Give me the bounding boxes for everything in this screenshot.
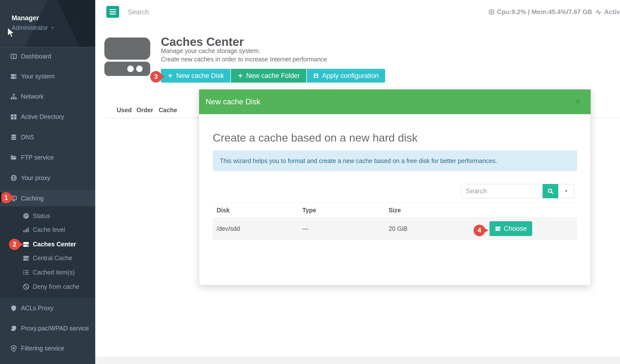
sidebar-item-central-cache[interactable]: Central Cache	[0, 251, 95, 265]
microchip-icon	[488, 9, 495, 15]
sidebar-item-label: Your system	[21, 73, 55, 80]
scroll-icon	[10, 325, 17, 332]
user-role-dropdown[interactable]: Administrator	[12, 24, 55, 31]
sidebar-item-label: Dashboard	[21, 53, 51, 60]
close-icon[interactable]: ×	[572, 96, 583, 107]
sidebar-item-proxy-pac-wpad[interactable]: Proxy.pac/WPAD service	[0, 321, 95, 335]
search-options-dropdown[interactable]	[558, 184, 574, 198]
sidebar-item-your-system[interactable]: Your system	[0, 69, 95, 83]
hamburger-icon	[110, 9, 116, 10]
modal-title: New cache Disk	[206, 97, 260, 106]
page-actions: New cache Disk New cache Folder Apply co…	[161, 69, 385, 83]
disk-column-header[interactable]: Disk	[213, 203, 298, 218]
apply-configuration-button[interactable]: Apply configuration	[307, 69, 385, 83]
user-role-label: Administrator	[12, 24, 48, 31]
disk-search-input[interactable]	[461, 184, 543, 198]
server-icon	[10, 73, 17, 80]
modal-body: Create a cache based on a new hard disk …	[199, 131, 591, 240]
annotation-step-3: 3	[150, 71, 162, 82]
sidebar-item-label: DNS	[21, 134, 34, 141]
modal-heading: Create a cache based on a new hard disk	[213, 131, 577, 144]
sidebar-item-deny-from-cache[interactable]: Deny from cache	[0, 280, 95, 293]
search-button[interactable]	[543, 184, 558, 198]
plus-icon	[167, 73, 173, 79]
system-stats: Cpu:9.2% | Mem:45.4%/7.67 GB	[488, 0, 592, 24]
plus-icon	[237, 73, 243, 79]
floppy-save-icon	[313, 73, 319, 79]
annotation-step-4: 4	[474, 225, 485, 236]
table-row: /dev/sdd — 20 GiB Choose	[213, 218, 577, 240]
sidebar-item-cache-level[interactable]: Cache level	[0, 223, 95, 237]
mouse-cursor-icon	[7, 27, 15, 39]
type-column-header[interactable]: Type	[298, 203, 385, 218]
user-name: Manager	[12, 14, 39, 22]
caret-down-icon	[564, 189, 569, 194]
choose-button-label: Choose	[504, 225, 527, 233]
sidebar-item-label: Proxy.pac/WPAD service	[21, 325, 89, 332]
sidebar-item-label: Cache level	[33, 226, 65, 233]
new-cache-folder-button[interactable]: New cache Folder	[231, 69, 306, 83]
size-column-header[interactable]: Size	[385, 203, 486, 218]
sidebar-item-label: ACLs Proxy	[21, 305, 54, 312]
hard-drive-icon	[495, 226, 501, 232]
activity-link[interactable]: Activ	[595, 0, 620, 24]
info-alert-text: This wizard helps you to format and crea…	[220, 157, 497, 164]
disks-table: Disk Type Size /dev/sdd — 20 GiB	[213, 203, 577, 240]
modal-header: New cache Disk ×	[199, 90, 591, 114]
disk-cell: /dev/sdd	[213, 218, 298, 240]
shield-gear-icon	[10, 345, 17, 352]
caching-submenu: Status Cache level Caches Center Central…	[0, 207, 95, 297]
global-search-input[interactable]	[127, 6, 266, 18]
database-icon	[10, 134, 17, 141]
sidebar-user-panel: Manager Administrator	[0, 0, 95, 47]
caret-down-icon	[50, 26, 55, 30]
sidebar-item-filtering-service[interactable]: Filtering service	[0, 341, 95, 355]
annotation-edge-mark	[0, 192, 1, 202]
sidebar-item-network[interactable]: Network	[0, 89, 95, 104]
info-alert: This wizard helps you to format and crea…	[213, 150, 577, 171]
annotation-step-1: 1	[0, 192, 12, 203]
sidebar-item-active-directory[interactable]: Active Directory	[0, 109, 95, 124]
page-subtitle-1: Manage your cache storage system.	[161, 47, 260, 55]
topbar: Cpu:9.2% | Mem:45.4%/7.67 GB Activ	[95, 0, 620, 24]
sidebar-item-dashboard[interactable]: Dashboard	[0, 49, 95, 63]
windows-icon	[10, 113, 17, 120]
ban-icon	[23, 283, 29, 290]
actions-column-header	[486, 203, 577, 218]
activity-label: Activ	[604, 8, 620, 16]
button-label: Apply configuration	[322, 72, 379, 80]
column-header-used[interactable]: Used	[117, 107, 132, 114]
app-window: Manager Administrator Dashboard Your sys…	[0, 0, 620, 364]
modal-search-row	[213, 184, 577, 198]
list-icon	[23, 269, 29, 276]
server-icon	[23, 241, 29, 248]
chart-bars-icon	[23, 226, 29, 233]
server-icon	[23, 255, 29, 261]
sidebar-item-your-proxy[interactable]: Your proxy	[0, 171, 95, 185]
sidebar-item-label: Your proxy	[21, 174, 50, 182]
choose-disk-button[interactable]: Choose	[489, 221, 532, 236]
sidebar-item-label: Caches Center	[33, 241, 76, 248]
page-title: Caches Center	[161, 35, 244, 49]
sidebar-item-ftp-service[interactable]: FTP service	[0, 150, 95, 164]
globe-icon	[10, 175, 17, 181]
sidebar-item-label: Deny from cache	[33, 283, 79, 290]
sidebar-item-acls-proxy[interactable]: ACLs Proxy	[0, 301, 95, 315]
sitemap-icon	[10, 93, 17, 100]
new-cache-disk-modal: New cache Disk × Create a cache based on…	[199, 89, 591, 285]
sidebar-item-cached-items[interactable]: Cached item(s)	[0, 265, 95, 279]
column-header-order[interactable]: Order	[136, 107, 153, 114]
type-cell: —	[298, 218, 385, 240]
activity-pulse-icon	[595, 9, 602, 15]
sidebar-item-label: FTP service	[21, 154, 54, 161]
sidebar-item-label: Status	[33, 212, 50, 219]
new-cache-disk-button[interactable]: New cache Disk	[161, 69, 230, 83]
sidebar-item-status[interactable]: Status	[0, 209, 95, 223]
sidebar-item-dns[interactable]: DNS	[0, 130, 95, 144]
columns-icon	[10, 53, 17, 60]
cache-disk-hero-icon	[104, 37, 150, 77]
folder-open-icon	[10, 154, 17, 161]
column-header-cache[interactable]: Cache	[159, 107, 177, 114]
sidebar-item-label: Central Cache	[33, 255, 72, 262]
menu-toggle-button[interactable]	[106, 6, 119, 18]
